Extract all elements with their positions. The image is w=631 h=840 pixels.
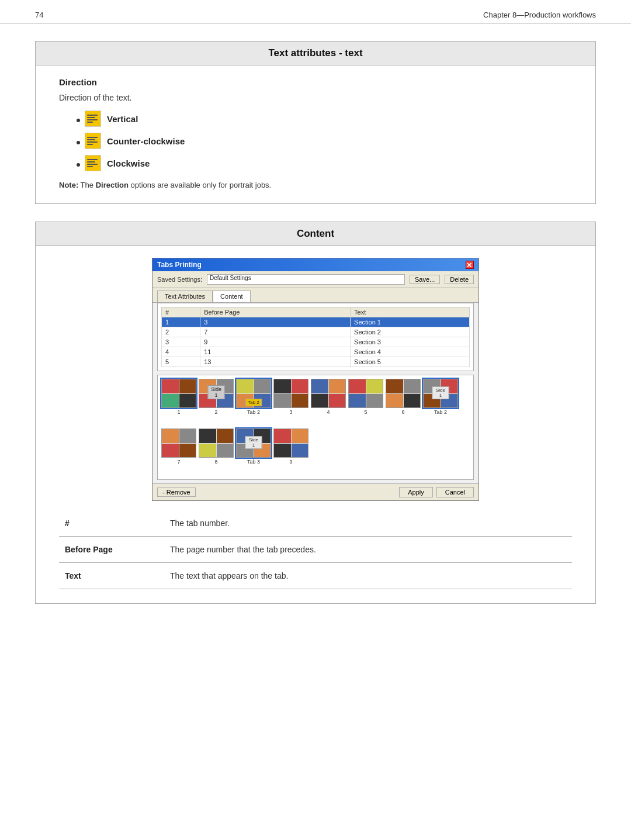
direction-list: Vertical Counter-clockwise — [77, 110, 572, 171]
text-attributes-body: Direction Direction of the text. Vertica… — [36, 65, 595, 203]
def-term-num: # — [59, 510, 164, 537]
definitions-table-body: # The tab number. Before Page The page n… — [59, 510, 572, 589]
dialog-title: Tabs Printing — [157, 261, 202, 269]
thumb-3[interactable]: Tab 2 — [236, 379, 271, 408]
thumb-group-6: 5 — [348, 379, 383, 426]
page-header: 74 Chapter 8—Production workflows — [0, 0, 631, 23]
cell-text: Section 2 — [351, 327, 470, 337]
thumb-group-12: 9 — [273, 428, 308, 476]
thumb-7[interactable] — [386, 379, 421, 408]
thumb-label-8: Tab 2 — [434, 409, 447, 415]
table-header-row: # Before Page Text — [162, 307, 470, 317]
cell-before: 9 — [200, 337, 351, 347]
counter-clockwise-label: Counter-clockwise — [107, 136, 185, 146]
clockwise-icon — [85, 155, 101, 171]
dialog-bottom: - Remove Apply Cancel — [152, 483, 479, 500]
saved-settings-label: Saved Settings: — [157, 276, 202, 283]
clockwise-label: Clockwise — [107, 158, 150, 168]
thumb-group-7: 6 — [386, 379, 421, 426]
direction-option-clockwise: Clockwise — [77, 155, 572, 171]
table-row[interactable]: 5 13 Section 5 — [162, 357, 470, 367]
thumb-group-4: 3 — [273, 379, 308, 426]
note-direction-word: Direction — [96, 181, 129, 189]
thumb-5[interactable] — [311, 379, 346, 408]
col-header-num: # — [162, 307, 200, 317]
content-section: Content Tabs Printing ✕ Saved Settings: … — [35, 222, 596, 604]
save-button[interactable]: Save... — [410, 275, 440, 284]
table-row[interactable]: 2 7 Section 2 — [162, 327, 470, 337]
close-icon[interactable]: ✕ — [466, 261, 474, 269]
def-desc-num: The tab number. — [164, 510, 572, 537]
apply-button[interactable]: Apply — [399, 487, 433, 497]
thumb-12[interactable] — [273, 428, 308, 458]
thumb-group-9: 7 — [161, 428, 196, 476]
tab-content[interactable]: Content — [213, 291, 251, 302]
thumb-label-11: Tab 3 — [247, 459, 260, 465]
cancel-button[interactable]: Cancel — [436, 487, 474, 497]
cell-before: 13 — [200, 357, 351, 367]
counter-clockwise-icon — [85, 133, 101, 149]
table-row[interactable]: 1 3 Section 1 — [162, 317, 470, 327]
cell-text: Section 3 — [351, 337, 470, 347]
note-suffix: options are available only for portrait … — [131, 181, 272, 189]
dialog-toolbar: Saved Settings: Default Settings Save...… — [152, 271, 479, 288]
col-header-text: Text — [351, 307, 470, 317]
thumb-6[interactable] — [348, 379, 383, 408]
vertical-icon — [85, 110, 101, 127]
thumb-label-2: 2 — [214, 409, 217, 415]
thumb-1[interactable] — [161, 379, 196, 408]
table-row[interactable]: 3 9 Section 3 — [162, 337, 470, 347]
note-body: The — [81, 181, 96, 189]
cell-num: 4 — [162, 347, 200, 357]
cell-before: 7 — [200, 327, 351, 337]
table-row[interactable]: 4 11 Section 4 — [162, 347, 470, 357]
text-attributes-title-bar: Text attributes - text — [36, 42, 595, 65]
thumb-group-5: 4 — [311, 379, 346, 426]
cell-num: 5 — [162, 357, 200, 367]
thumb-8[interactable]: Side 1 — [423, 379, 458, 408]
definitions-table: # The tab number. Before Page The page n… — [59, 510, 572, 589]
content-table-header: # Before Page Text — [162, 307, 470, 317]
content-table: # Before Page Text 1 3 Section 1 — [161, 307, 470, 367]
thumb-label-4: 3 — [289, 409, 292, 415]
bullet — [77, 114, 85, 124]
thumb-10[interactable] — [199, 428, 234, 458]
bullet2 — [77, 136, 85, 146]
thumb-label-6: 5 — [364, 409, 367, 415]
remove-button[interactable]: - Remove — [157, 488, 196, 497]
cell-num: 2 — [162, 327, 200, 337]
thumb-4[interactable] — [273, 379, 308, 408]
thumb-label-1: 1 — [177, 409, 180, 415]
cell-text: Section 1 — [351, 317, 470, 327]
dialog-tabs: Text Attributes Content — [152, 288, 479, 303]
thumb-9[interactable] — [161, 428, 196, 458]
direction-description: Direction of the text. — [59, 93, 572, 102]
note-label: Note: — [59, 181, 78, 189]
page-number: 74 — [35, 11, 43, 19]
cell-before: 3 — [200, 317, 351, 327]
vertical-label: Vertical — [107, 114, 138, 124]
def-desc-before-page: The page number that the tab precedes. — [164, 537, 572, 563]
thumb-11[interactable]: Side 1 — [236, 428, 271, 458]
thumb-group-11: Side 1 Tab 3 — [236, 428, 271, 476]
thumb-label-10: 8 — [214, 459, 217, 465]
saved-settings-input[interactable]: Default Settings — [207, 274, 405, 285]
dialog-titlebar: Tabs Printing ✕ — [152, 258, 479, 271]
def-desc-text: The text that appears on the tab. — [164, 563, 572, 589]
thumb-label-9: 7 — [177, 459, 180, 465]
thumbnails-area: 1 Side 1 2 — [157, 375, 474, 480]
delete-button[interactable]: Delete — [445, 275, 474, 284]
saved-settings-value: Default Settings — [207, 274, 254, 282]
cell-num: 1 — [162, 317, 200, 327]
def-row-before-page: Before Page The page number that the tab… — [59, 537, 572, 563]
chapter-title: Chapter 8—Production workflows — [483, 11, 596, 19]
content-title: Content — [47, 228, 584, 240]
tab-text-attributes[interactable]: Text Attributes — [157, 291, 213, 302]
direction-option-vertical: Vertical — [77, 110, 572, 127]
dialog-action-buttons: Apply Cancel — [399, 487, 474, 497]
thumb-label-3: Tab 2 — [247, 409, 260, 415]
cell-num: 3 — [162, 337, 200, 347]
thumb-2[interactable]: Side 1 — [199, 379, 234, 408]
def-term-before-page: Before Page — [59, 537, 164, 563]
content-body: Tabs Printing ✕ Saved Settings: Default … — [36, 246, 595, 603]
